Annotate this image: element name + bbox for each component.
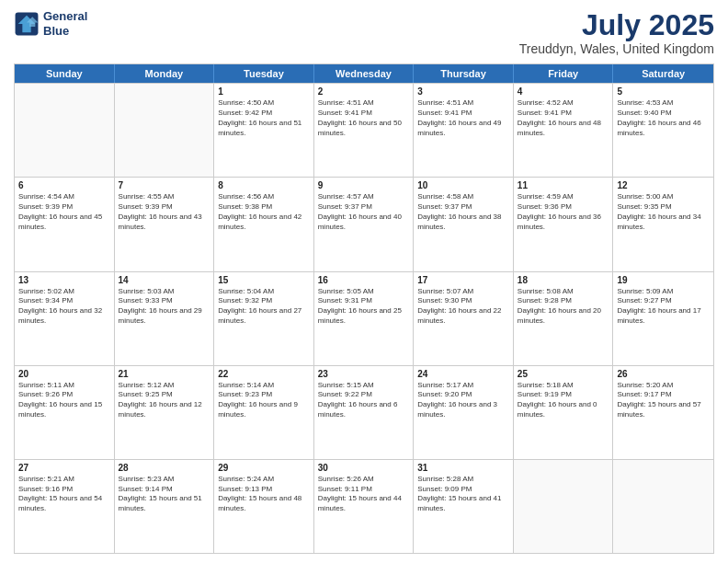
day-info: Sunrise: 5:26 AM Sunset: 9:11 PM Dayligh…	[318, 475, 410, 514]
day-info: Sunrise: 4:57 AM Sunset: 9:37 PM Dayligh…	[318, 192, 410, 232]
day-number: 18	[518, 275, 609, 285]
calendar-cell: 2Sunrise: 4:51 AM Sunset: 9:41 PM Daylig…	[314, 84, 415, 177]
subtitle: Treuddyn, Wales, United Kingdom	[519, 41, 714, 56]
calendar-cell: 11Sunrise: 4:59 AM Sunset: 9:36 PM Dayli…	[514, 178, 614, 270]
day-number: 3	[417, 86, 509, 97]
day-info: Sunrise: 4:56 AM Sunset: 9:38 PM Dayligh…	[218, 192, 310, 232]
day-info: Sunrise: 4:55 AM Sunset: 9:39 PM Dayligh…	[119, 192, 210, 232]
weekday-header: Sunday	[15, 64, 115, 83]
title-block: July 2025 Treuddyn, Wales, United Kingdo…	[519, 9, 714, 56]
day-info: Sunrise: 5:08 AM Sunset: 9:28 PM Dayligh…	[518, 287, 609, 327]
day-info: Sunrise: 5:03 AM Sunset: 9:33 PM Dayligh…	[119, 287, 210, 327]
day-number: 4	[518, 86, 609, 97]
calendar-cell: 8Sunrise: 4:56 AM Sunset: 9:38 PM Daylig…	[214, 178, 314, 270]
day-info: Sunrise: 5:09 AM Sunset: 9:27 PM Dayligh…	[617, 287, 710, 327]
day-number: 22	[218, 369, 310, 379]
logo-text: General Blue	[43, 9, 87, 38]
calendar-week: 1Sunrise: 4:50 AM Sunset: 9:42 PM Daylig…	[15, 83, 713, 177]
day-number: 10	[417, 180, 509, 190]
day-info: Sunrise: 5:00 AM Sunset: 9:35 PM Dayligh…	[617, 192, 710, 232]
calendar-cell: 5Sunrise: 4:53 AM Sunset: 9:40 PM Daylig…	[613, 84, 713, 177]
calendar-week: 6Sunrise: 4:54 AM Sunset: 9:39 PM Daylig…	[15, 177, 713, 270]
day-info: Sunrise: 5:20 AM Sunset: 9:17 PM Dayligh…	[617, 381, 710, 420]
day-number: 24	[417, 369, 509, 379]
calendar-cell	[613, 460, 713, 553]
day-info: Sunrise: 5:02 AM Sunset: 9:34 PM Dayligh…	[18, 287, 110, 327]
calendar-body: 1Sunrise: 4:50 AM Sunset: 9:42 PM Daylig…	[15, 83, 713, 553]
day-info: Sunrise: 5:17 AM Sunset: 9:20 PM Dayligh…	[417, 381, 509, 420]
calendar-cell: 19Sunrise: 5:09 AM Sunset: 9:27 PM Dayli…	[613, 272, 713, 365]
weekday-header: Monday	[115, 64, 215, 83]
day-info: Sunrise: 5:05 AM Sunset: 9:31 PM Dayligh…	[318, 287, 410, 327]
day-number: 13	[18, 275, 110, 285]
day-number: 26	[617, 369, 710, 379]
weekday-header: Tuesday	[214, 64, 314, 83]
calendar-cell	[115, 84, 215, 177]
day-number: 27	[18, 463, 110, 473]
calendar-header: SundayMondayTuesdayWednesdayThursdayFrid…	[15, 64, 713, 83]
day-info: Sunrise: 5:14 AM Sunset: 9:23 PM Dayligh…	[218, 381, 310, 420]
calendar-cell: 16Sunrise: 5:05 AM Sunset: 9:31 PM Dayli…	[314, 272, 415, 365]
day-info: Sunrise: 5:15 AM Sunset: 9:22 PM Dayligh…	[318, 381, 410, 420]
logo: General Blue	[14, 9, 87, 38]
weekday-header: Wednesday	[314, 64, 415, 83]
day-number: 1	[218, 86, 310, 97]
day-number: 28	[119, 463, 210, 473]
calendar-cell: 13Sunrise: 5:02 AM Sunset: 9:34 PM Dayli…	[15, 272, 115, 365]
day-number: 9	[318, 180, 410, 190]
day-number: 16	[318, 275, 410, 285]
calendar-cell: 9Sunrise: 4:57 AM Sunset: 9:37 PM Daylig…	[314, 178, 415, 270]
calendar-cell: 26Sunrise: 5:20 AM Sunset: 9:17 PM Dayli…	[613, 366, 713, 459]
day-number: 23	[318, 369, 410, 379]
calendar-cell: 31Sunrise: 5:28 AM Sunset: 9:09 PM Dayli…	[414, 460, 514, 553]
calendar-week: 27Sunrise: 5:21 AM Sunset: 9:16 PM Dayli…	[15, 459, 713, 553]
day-number: 5	[617, 86, 710, 97]
day-number: 29	[218, 463, 310, 473]
day-number: 8	[218, 180, 310, 190]
day-number: 21	[119, 369, 210, 379]
day-number: 6	[18, 180, 110, 190]
calendar-cell: 24Sunrise: 5:17 AM Sunset: 9:20 PM Dayli…	[414, 366, 514, 459]
calendar-cell: 27Sunrise: 5:21 AM Sunset: 9:16 PM Dayli…	[15, 460, 115, 553]
day-info: Sunrise: 4:53 AM Sunset: 9:40 PM Dayligh…	[617, 98, 710, 138]
calendar-cell: 20Sunrise: 5:11 AM Sunset: 9:26 PM Dayli…	[15, 366, 115, 459]
day-info: Sunrise: 5:28 AM Sunset: 9:09 PM Dayligh…	[417, 475, 509, 514]
calendar: SundayMondayTuesdayWednesdayThursdayFrid…	[14, 63, 714, 554]
calendar-cell: 25Sunrise: 5:18 AM Sunset: 9:19 PM Dayli…	[514, 366, 614, 459]
day-number: 15	[218, 275, 310, 285]
calendar-week: 20Sunrise: 5:11 AM Sunset: 9:26 PM Dayli…	[15, 365, 713, 459]
day-number: 25	[518, 369, 609, 379]
day-info: Sunrise: 5:12 AM Sunset: 9:25 PM Dayligh…	[119, 381, 210, 420]
calendar-cell: 4Sunrise: 4:52 AM Sunset: 9:41 PM Daylig…	[514, 84, 614, 177]
day-info: Sunrise: 5:23 AM Sunset: 9:14 PM Dayligh…	[119, 475, 210, 514]
weekday-header: Saturday	[613, 64, 713, 83]
weekday-header: Friday	[514, 64, 614, 83]
day-number: 7	[119, 180, 210, 190]
day-number: 19	[617, 275, 710, 285]
calendar-cell: 28Sunrise: 5:23 AM Sunset: 9:14 PM Dayli…	[115, 460, 215, 553]
day-info: Sunrise: 4:52 AM Sunset: 9:41 PM Dayligh…	[518, 98, 609, 138]
day-info: Sunrise: 4:59 AM Sunset: 9:36 PM Dayligh…	[518, 192, 609, 232]
calendar-cell: 12Sunrise: 5:00 AM Sunset: 9:35 PM Dayli…	[613, 178, 713, 270]
calendar-cell: 17Sunrise: 5:07 AM Sunset: 9:30 PM Dayli…	[414, 272, 514, 365]
calendar-cell	[514, 460, 614, 553]
day-info: Sunrise: 4:51 AM Sunset: 9:41 PM Dayligh…	[318, 98, 410, 138]
day-number: 2	[318, 86, 410, 97]
calendar-week: 13Sunrise: 5:02 AM Sunset: 9:34 PM Dayli…	[15, 271, 713, 365]
calendar-cell: 14Sunrise: 5:03 AM Sunset: 9:33 PM Dayli…	[115, 272, 215, 365]
day-info: Sunrise: 5:24 AM Sunset: 9:13 PM Dayligh…	[218, 475, 310, 514]
page: General Blue July 2025 Treuddyn, Wales, …	[0, 0, 728, 563]
day-number: 11	[518, 180, 609, 190]
calendar-cell: 22Sunrise: 5:14 AM Sunset: 9:23 PM Dayli…	[214, 366, 314, 459]
calendar-cell: 29Sunrise: 5:24 AM Sunset: 9:13 PM Dayli…	[214, 460, 314, 553]
weekday-header: Thursday	[414, 64, 514, 83]
calendar-cell: 21Sunrise: 5:12 AM Sunset: 9:25 PM Dayli…	[115, 366, 215, 459]
calendar-cell: 15Sunrise: 5:04 AM Sunset: 9:32 PM Dayli…	[214, 272, 314, 365]
calendar-cell: 7Sunrise: 4:55 AM Sunset: 9:39 PM Daylig…	[115, 178, 215, 270]
day-info: Sunrise: 5:07 AM Sunset: 9:30 PM Dayligh…	[417, 287, 509, 327]
day-number: 20	[18, 369, 110, 379]
day-number: 31	[417, 463, 509, 473]
day-info: Sunrise: 5:21 AM Sunset: 9:16 PM Dayligh…	[18, 475, 110, 514]
day-number: 30	[318, 463, 410, 473]
calendar-cell: 18Sunrise: 5:08 AM Sunset: 9:28 PM Dayli…	[514, 272, 614, 365]
